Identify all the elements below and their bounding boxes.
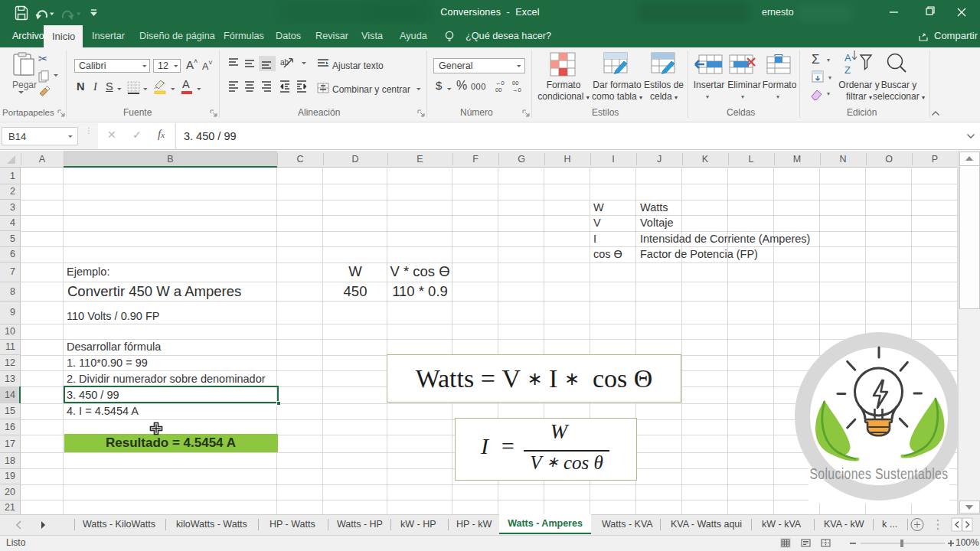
svg-text:→0: →0: [512, 86, 521, 93]
svg-text:A: A: [844, 52, 851, 64]
svg-text:ab: ab: [280, 58, 289, 67]
svg-text:Z: Z: [844, 64, 851, 76]
svg-text:00: 00: [495, 86, 501, 93]
svg-text:Soluciones Sustentables: Soluciones Sustentables: [810, 465, 949, 483]
svg-text:00: 00: [512, 80, 518, 86]
svg-text:←0: ←0: [495, 80, 505, 86]
